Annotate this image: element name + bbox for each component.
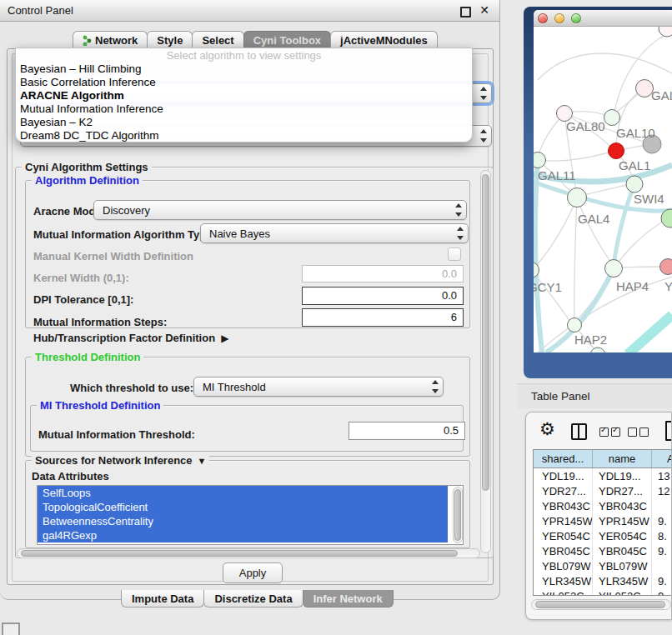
table-row[interactable]: YDR27...YDR27...12 (534, 483, 671, 498)
table-row[interactable]: YBR045CYBR045C9. (534, 543, 671, 558)
deselect-all-icon[interactable] (628, 428, 649, 437)
table-row[interactable]: YBR043CYBR043C (534, 498, 671, 513)
node-label: GAL10 (616, 126, 655, 140)
node-cut-top[interactable] (659, 27, 672, 37)
cell: YIL052C (534, 588, 593, 596)
network-icon (83, 35, 92, 46)
tab-infer-network[interactable]: Infer Network (303, 590, 394, 608)
cell: 9. (652, 588, 671, 596)
node-label: GCY1 (534, 280, 562, 294)
cell: YBR043C (534, 498, 593, 513)
cell: YBR045C (593, 543, 652, 558)
column-header-shared-name[interactable]: shared... (534, 450, 593, 468)
tab-label: Network (95, 34, 138, 47)
list-item[interactable]: SelfLoops (38, 486, 448, 500)
gear-icon[interactable]: ⚙ (539, 420, 555, 438)
column-header-cut[interactable]: A (652, 450, 671, 468)
close-traffic-light[interactable] (538, 13, 548, 23)
mi-type-combo[interactable]: Naive Bayes (200, 223, 469, 243)
node-label: Y (664, 279, 672, 293)
which-threshold-combo[interactable]: MI Threshold (193, 377, 444, 397)
settings-hscrollbar-track[interactable] (17, 548, 480, 558)
tab-jactivemnodules[interactable]: jActiveMNodules (330, 31, 438, 48)
cell: YDR27... (593, 483, 652, 498)
cell: 8. (652, 528, 671, 543)
table-row[interactable]: YDL19...YDL19...13 (534, 468, 671, 483)
cell: 9. (652, 513, 671, 528)
menu-item-aracne[interactable]: ARACNE Algorithm (16, 89, 472, 102)
node-salmon[interactable] (660, 259, 672, 275)
apply-button[interactable]: Apply (223, 562, 283, 583)
mi-threshold-field[interactable]: 0.5 (349, 422, 465, 440)
select-all-icon[interactable] (599, 428, 620, 437)
table-row[interactable]: YPR145WYPR145W9. (534, 513, 671, 528)
tab-network[interactable]: Network (73, 31, 148, 48)
tab-label: Cyni Toolbox (253, 34, 321, 47)
kernel-width-field[interactable]: 0.0 (302, 265, 464, 282)
hub-definition-label: Hub/Transcription Factor Definition (33, 332, 215, 344)
tab-impute-data[interactable]: Impute Data (121, 590, 204, 608)
network-canvas[interactable]: GAL GAL80 GAL10 GAL1 GAL11 SWI4 GAL4 GCY… (534, 27, 672, 352)
cell: YBR045C (534, 543, 593, 558)
list-item[interactable]: gal4RGexp (38, 528, 448, 542)
aracne-mode-combo[interactable]: Discovery (93, 200, 467, 220)
close-icon[interactable]: ✕ (479, 3, 489, 17)
table-row[interactable]: YBL079WYBL079W (534, 558, 671, 573)
sources-toggle[interactable]: Sources for Network Inference ▼ (32, 454, 209, 467)
attributes-scrollbar-thumb[interactable] (454, 489, 461, 541)
table-hscrollbar-track[interactable] (531, 599, 671, 610)
tab-discretize-data[interactable]: Discretize Data (203, 590, 303, 608)
dpi-tolerance-field[interactable]: 0.0 (302, 287, 464, 305)
table-row[interactable]: YIL052CYIL052C9. (534, 588, 671, 596)
combo-arrows-icon (429, 378, 443, 396)
manual-kernel-checkbox[interactable] (448, 248, 461, 261)
attributes-scrollbar-track[interactable] (453, 487, 463, 543)
node-gal11[interactable] (534, 152, 546, 168)
table-panel-titlebar: Table Panel (517, 383, 672, 408)
settings-scrollbar-track[interactable] (480, 170, 491, 553)
table-hscrollbar-thumb[interactable] (535, 601, 665, 608)
cell: YER054C (534, 528, 593, 543)
tab-select[interactable]: Select (192, 31, 243, 48)
page-icon[interactable] (665, 421, 672, 441)
menu-item-dream8[interactable]: Dream8 DC_TDC Algorithm (16, 129, 472, 142)
network-highlight-edges (534, 160, 672, 352)
settings-scrollbar-thumb[interactable] (482, 174, 489, 491)
minimize-traffic-light[interactable] (554, 13, 564, 23)
node-gal1-red[interactable] (609, 143, 624, 159)
settings-hscrollbar-thumb[interactable] (21, 550, 458, 557)
tab-cyni-toolbox[interactable]: Cyni Toolbox (243, 31, 331, 48)
docked-panel-icon[interactable] (2, 622, 20, 635)
aracne-mode-value: Discovery (94, 204, 452, 217)
collapse-arrow-icon: ▶ (221, 332, 228, 344)
checked-box-icon (611, 428, 620, 437)
menu-item-basic-correlation[interactable]: Basic Correlation Inference (16, 76, 472, 89)
menu-item-bayesian-k2[interactable]: Bayesian – K2 (16, 116, 472, 129)
list-item[interactable]: BetweennessCentrality (38, 514, 448, 528)
mi-type-label: Mutual Information Algorithm Type: (33, 228, 216, 241)
table-row[interactable]: YER054CYER054C8. (534, 528, 671, 543)
node-swi4[interactable] (626, 176, 643, 192)
cell: 9. (652, 573, 671, 588)
columns-icon[interactable] (571, 423, 587, 440)
node-cut-bottom[interactable] (590, 348, 605, 352)
cell: YIL052C (593, 588, 652, 596)
node-hap2[interactable] (568, 318, 582, 332)
hub-definition-toggle[interactable]: Hub/Transcription Factor Definition ▶ (33, 332, 228, 344)
tab-style[interactable]: Style (147, 31, 193, 48)
column-header-name[interactable]: name (593, 450, 652, 468)
mi-type-value: Naive Bayes (201, 228, 454, 240)
menu-item-mutual-information[interactable]: Mutual Information Inference (16, 102, 472, 116)
zoom-traffic-light[interactable] (571, 13, 581, 23)
mi-steps-field[interactable]: 6 (302, 308, 464, 327)
node-gal10[interactable] (604, 110, 620, 126)
node-gal4[interactable] (568, 188, 587, 208)
table-header-row: shared... name A (534, 450, 671, 468)
menu-item-bayesian-hill-climbing[interactable]: Bayesian – Hill Climbing (16, 62, 472, 76)
float-window-icon[interactable] (460, 7, 471, 18)
node-hap4[interactable] (605, 260, 623, 278)
list-item[interactable]: TopologicalCoefficient (38, 500, 448, 514)
table-row[interactable]: YLR345WYLR345W9. (534, 573, 671, 588)
node-label: GAL1 (619, 158, 650, 172)
algorithm-dropdown-popup: Select algorithm to view settings Bayesi… (15, 48, 473, 142)
